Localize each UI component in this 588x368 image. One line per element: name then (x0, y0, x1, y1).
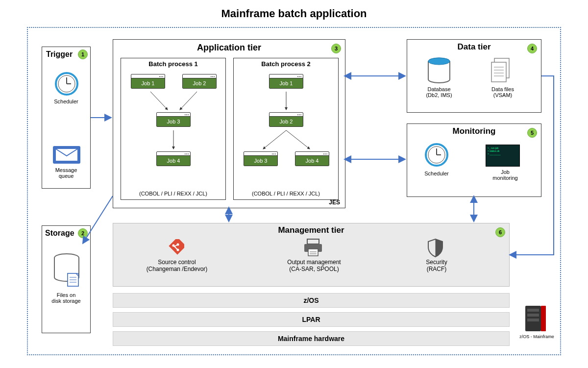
hw-layer: Mainframe hardware (113, 331, 510, 346)
bp1-job1: Job 1 (131, 78, 165, 88)
diagram-title: Mainframe batch application (0, 7, 588, 20)
shield-icon (427, 238, 444, 258)
bp2-job1: Job 1 (270, 78, 303, 88)
bp2-job4: Job 4 (295, 156, 329, 166)
security-label: Security (RACF) (397, 259, 476, 272)
management-tier-box: 6 Management tier Source control (Change… (113, 223, 510, 287)
bp1-job3: Job 3 (157, 117, 190, 126)
svg-point-19 (428, 58, 450, 65)
message-queue-icon (52, 145, 81, 165)
svg-rect-42 (541, 306, 546, 331)
job-window: ••• Job 4 (295, 151, 329, 166)
bp2-job2: Job 2 (270, 117, 303, 126)
git-icon (167, 239, 184, 256)
job-window: ••• Job 3 (244, 151, 278, 166)
badge-3: 3 (331, 44, 341, 53)
terminal-icon: >_ run job> status ok> ________ (486, 145, 520, 167)
badge-1: 1 (78, 49, 88, 59)
app-tier-title: Application tier (113, 40, 345, 53)
badge-4: 4 (527, 44, 537, 53)
bp1-langs: (COBOL / PLI / REXX / JCL) (121, 191, 225, 196)
bp1-title: Batch process 1 (121, 58, 225, 70)
svg-line-12 (150, 92, 168, 110)
trigger-box: 1 Trigger Scheduler Message queue (42, 47, 91, 189)
bp1-job2: Job 2 (183, 78, 216, 88)
badge-2: 2 (78, 228, 88, 238)
lpar-layer: LPAR (113, 312, 510, 327)
svg-rect-44 (527, 314, 539, 317)
monitoring-box: 5 Monitoring Scheduler >_ run job> statu… (407, 123, 541, 197)
job-window: ••• Job 2 (182, 74, 217, 89)
job-window: ••• Job 2 (269, 112, 303, 127)
bp2-langs: (COBOL / PLI / REXX / JCL) (234, 191, 338, 196)
job-mon-label: Job monitoring (478, 169, 532, 181)
svg-rect-43 (527, 309, 539, 312)
clock-icon (424, 143, 449, 167)
svg-rect-38 (308, 249, 318, 256)
mainframe-server-icon (523, 304, 548, 333)
badge-5: 5 (527, 128, 537, 138)
mq-label: Message queue (42, 167, 90, 179)
app-tier-box: 3 Application tier JES Batch process 1 •… (113, 39, 345, 208)
batch-process-2-box: Batch process 2 ••• Job 1 ••• Job 2 ••• … (233, 58, 339, 200)
mon-scheduler-label: Scheduler (412, 171, 461, 176)
svg-line-17 (286, 130, 310, 149)
server-label: z/OS - Mainframe (514, 334, 560, 339)
src-control-label: Source control (Changeman /Endevor) (133, 259, 221, 272)
data-tier-box: 4 Data tier Database (Db2, IMS) Data fil… (407, 39, 541, 113)
storage-box: 2 Storage Files on disk storage (42, 225, 91, 333)
clock-icon (54, 72, 79, 96)
monitoring-title: Monitoring (407, 124, 541, 136)
printer-icon (303, 238, 323, 257)
jes-label: JES (329, 199, 340, 206)
files-icon (490, 57, 513, 84)
svg-line-13 (180, 92, 197, 110)
svg-rect-45 (527, 319, 539, 321)
badge-6: 6 (495, 227, 505, 237)
zos-layer: z/OS (113, 293, 510, 308)
bp1-job4: Job 4 (157, 156, 190, 166)
job-window: ••• Job 1 (131, 74, 165, 89)
job-window: ••• Job 1 (269, 74, 303, 89)
database-icon (427, 57, 451, 84)
job-window: ••• Job 4 (156, 151, 191, 166)
svg-rect-21 (491, 62, 506, 82)
job-window: ••• Job 3 (156, 112, 191, 127)
svg-rect-30 (169, 239, 184, 255)
output-mgmt-label: Output management (CA-SAR, SPOOL) (265, 259, 363, 272)
datafiles-label: Data files (VSAM) (476, 86, 530, 98)
disk-icon (52, 253, 81, 287)
mgmt-title: Management tier (113, 223, 509, 235)
storage-label: Files on disk storage (42, 292, 90, 304)
bp2-title: Batch process 2 (234, 58, 338, 70)
batch-process-1-box: Batch process 1 ••• Job 1 ••• Job 2 ••• … (121, 58, 226, 200)
database-label: Database (Db2, IMS) (412, 86, 466, 98)
scheduler-label: Scheduler (42, 98, 90, 104)
svg-rect-36 (307, 239, 319, 244)
svg-line-16 (263, 130, 286, 149)
data-tier-title: Data tier (407, 40, 541, 52)
bp2-job3: Job 3 (244, 156, 277, 166)
